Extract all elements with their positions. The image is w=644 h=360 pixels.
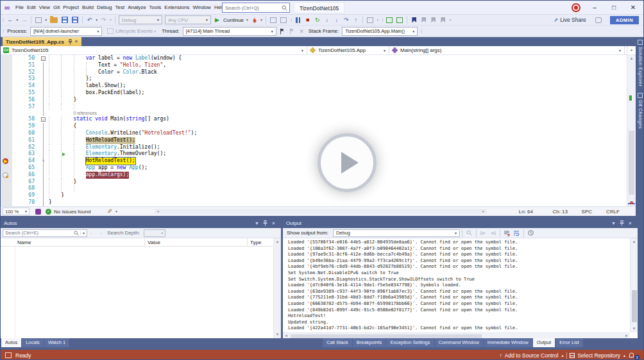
save-all-icon[interactable] (71, 15, 80, 24)
tool-window-tab-immediate-window[interactable]: Immediate Window (484, 338, 532, 347)
outline-margin[interactable] (38, 199, 49, 206)
code-cleanup-button[interactable]: ✐▼ (107, 208, 119, 215)
autos-body[interactable] (1, 247, 273, 338)
toggle-bookmark-icon[interactable] (410, 15, 418, 24)
breakpoint-margin[interactable] (1, 185, 12, 192)
menu-item-tools[interactable]: Tools (148, 1, 163, 14)
continue-button[interactable]: Continue (223, 17, 244, 23)
outline-margin[interactable] (38, 192, 49, 199)
autos-search-box[interactable]: ▼ (3, 229, 87, 237)
tool-window-tab-command-window[interactable]: Command Window (435, 338, 483, 347)
save-icon[interactable] (60, 15, 69, 24)
breakpoints-window-icon[interactable] (366, 15, 375, 24)
scroll-down-icon[interactable]: ▼ (627, 199, 636, 206)
stack-frame-select[interactable]: TizenDotNet105.App.Main()▼ (342, 27, 418, 36)
outline-margin[interactable] (38, 104, 49, 111)
menu-item-project[interactable]: Project (62, 1, 81, 14)
breakpoint-margin[interactable] (1, 199, 12, 206)
maximize-button[interactable]: □ (605, 1, 623, 14)
line-ending-indicator[interactable]: CRLF (606, 209, 620, 215)
autos-title-bar[interactable]: Autos ▼ ✕ (1, 218, 281, 228)
search-options-caret-icon[interactable]: ▼ (80, 231, 87, 235)
tool-window-tab-locals[interactable]: Locals (22, 338, 44, 347)
code-line[interactable]: 53}; (1, 76, 627, 83)
breakpoint-margin[interactable] (1, 69, 12, 76)
breakpoint-margin[interactable] (1, 76, 12, 83)
side-rail-tab-solution-explorer[interactable]: Solution Explorer (638, 40, 643, 86)
quick-search-input[interactable] (223, 5, 282, 11)
solution-platform-select[interactable]: Any CPU▼ (165, 15, 211, 24)
minimize-button[interactable]: – (586, 1, 604, 14)
menu-item-window[interactable]: Window (191, 1, 212, 14)
breakpoints-caret-icon[interactable]: ▼ (376, 18, 379, 22)
hot-reload-icon[interactable] (250, 15, 258, 24)
continue-caret-icon[interactable]: ▼ (246, 18, 249, 22)
line-indicator[interactable]: Ln: 64 (519, 209, 533, 215)
redo-icon[interactable]: ↷ (99, 15, 108, 24)
code-line[interactable]: 55box.PackEnd(label); (1, 90, 627, 97)
window-position-icon[interactable]: ▼ (253, 221, 261, 225)
menu-item-file[interactable]: File (14, 1, 26, 14)
breakpoint-margin[interactable] (1, 130, 12, 137)
new-project-icon[interactable] (34, 15, 43, 24)
code-line[interactable]: 66app.Run(args); (1, 172, 627, 179)
unflag-threads-icon[interactable] (288, 27, 296, 36)
output-vertical-scrollbar[interactable]: ▲ ▼ (630, 238, 638, 332)
lifecycle-events-button[interactable]: Lifecycle Events ▼ (106, 28, 157, 34)
outline-margin[interactable] (38, 179, 49, 186)
close-tab-icon[interactable]: ✕ (74, 39, 78, 44)
navigate-back-caret-icon[interactable]: ▼ (15, 18, 19, 22)
quick-search-box[interactable] (222, 3, 290, 13)
select-repository-caret-icon[interactable]: ▲ (623, 354, 626, 357)
code-line[interactable]: 56} (1, 97, 627, 104)
code-line[interactable]: 67} (1, 179, 627, 186)
breakpoint-margin[interactable] (1, 123, 12, 130)
output-content[interactable]: Loaded '{55786f34-e016-44b5-a812-004935d… (283, 238, 630, 332)
breakpoint-margin[interactable] (1, 192, 12, 199)
outline-margin[interactable] (38, 90, 49, 97)
code-line[interactable]: 52Color = Color.Black (1, 69, 627, 76)
code-line[interactable]: 70} (1, 199, 627, 206)
tool-window-tab-error-list[interactable]: Error List (555, 338, 582, 347)
flag-threads-icon[interactable] (278, 27, 287, 36)
scrollbar-thumb[interactable] (629, 131, 634, 195)
notifications-badge[interactable]: 3 (634, 355, 640, 360)
breakpoint-margin[interactable] (1, 116, 12, 123)
toolbar-grip[interactable]: ⁞ (1, 28, 5, 34)
tool-window-tab-autos[interactable]: Autos (1, 338, 21, 347)
code-line[interactable]: 51Text = "Hello, Tizen", (1, 62, 627, 69)
pin-icon[interactable] (618, 220, 626, 226)
menu-item-view[interactable]: View (37, 1, 51, 14)
uncomment-code-icon[interactable] (395, 15, 404, 24)
collapse-region-icon[interactable]: − (41, 56, 46, 61)
solution-configuration-select[interactable]: Debug▼ (119, 15, 162, 24)
undo-icon[interactable]: ↶ (85, 15, 94, 24)
breakpoint-margin[interactable] (1, 165, 12, 172)
tool-window-tab-breakpoints[interactable]: Breakpoints (353, 338, 386, 347)
window-position-icon[interactable]: ▼ (609, 221, 618, 225)
breakpoint-margin[interactable] (1, 104, 12, 111)
outline-margin[interactable] (38, 62, 49, 69)
background-tasks-icon[interactable] (5, 352, 12, 358)
member-dropdown[interactable]: Main(string[] args) ▼ (389, 46, 625, 54)
outline-margin[interactable]: − (38, 116, 49, 123)
outline-margin[interactable] (38, 123, 49, 130)
indentation-indicator[interactable]: SPC (582, 209, 592, 215)
bookmark-window-icon[interactable] (439, 15, 447, 24)
undo-caret-icon[interactable]: ▼ (95, 18, 98, 22)
close-button[interactable]: ✕ (624, 1, 642, 14)
close-icon[interactable]: ✕ (269, 221, 278, 226)
admin-account-button[interactable]: ADMIN (610, 16, 639, 24)
breakpoint-margin[interactable] (1, 151, 12, 158)
breakpoint-margin[interactable] (1, 83, 12, 90)
menu-item-git[interactable]: Git (51, 1, 61, 14)
outline-margin[interactable] (38, 83, 49, 90)
scrollbar-thumb[interactable] (632, 290, 637, 322)
pin-tab-icon[interactable] (68, 39, 72, 45)
outline-margin[interactable] (38, 76, 49, 83)
scroll-up-icon[interactable]: ▲ (274, 238, 281, 245)
thread-select[interactable]: [47114] Main Thread▼ (183, 27, 276, 36)
editor-horizontal-scrollbar[interactable]: ◄► (155, 209, 487, 214)
scroll-up-icon[interactable]: ▲ (631, 238, 638, 245)
close-icon[interactable]: ✕ (626, 221, 634, 226)
